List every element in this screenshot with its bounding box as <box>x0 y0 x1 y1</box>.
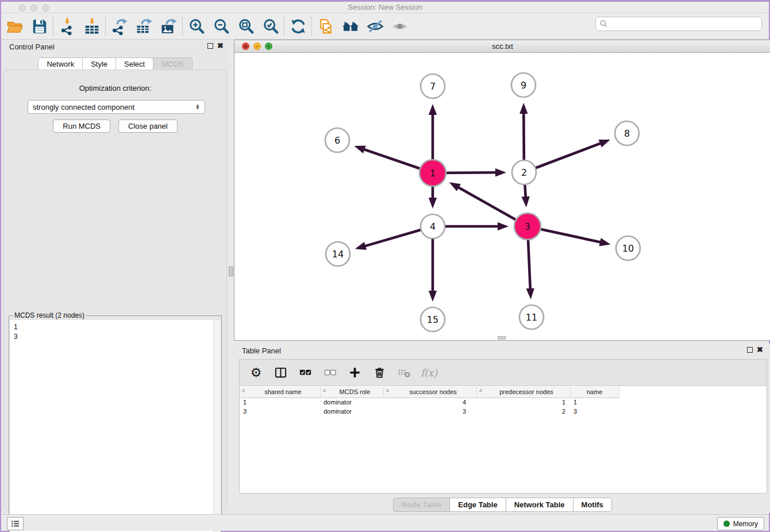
network-window-titlebar[interactable]: ✖ − + scc.txt <box>234 40 770 53</box>
home-button[interactable] <box>338 15 363 38</box>
cell-name[interactable]: 1 <box>570 398 619 407</box>
zoom-selected-button[interactable] <box>258 15 283 38</box>
result-scrollbar[interactable] <box>213 320 221 532</box>
shared-column-icon <box>323 389 329 395</box>
tab-motifs[interactable]: Motifs <box>573 498 612 512</box>
cell-MCDS-role[interactable]: dominator <box>320 398 383 407</box>
tab-network[interactable]: Network <box>38 57 83 71</box>
zoom-out-icon <box>213 18 230 35</box>
node-1[interactable]: 1 <box>419 160 446 186</box>
import-network-button[interactable] <box>55 15 79 38</box>
node-4[interactable]: 4 <box>421 214 445 238</box>
column-header-successor-nodes[interactable]: successor nodes <box>383 387 476 398</box>
hide-details-button[interactable] <box>363 15 387 38</box>
refresh-button[interactable] <box>286 15 310 38</box>
zoom-fit-icon <box>237 18 255 35</box>
delete-column-button[interactable] <box>369 362 390 384</box>
node-11[interactable]: 11 <box>519 305 544 329</box>
run-mcds-button[interactable]: Run MCDS <box>53 119 110 133</box>
search-box[interactable] <box>595 17 762 31</box>
clone-network-button[interactable] <box>313 15 338 38</box>
node-10[interactable]: 10 <box>616 236 640 260</box>
cell-successor-nodes[interactable]: 3 <box>383 407 476 416</box>
control-panel-title: Control Panel <box>9 43 55 51</box>
tab-edge-table[interactable]: Edge Table <box>450 498 506 512</box>
node-15[interactable]: 15 <box>421 307 445 331</box>
node-7[interactable]: 7 <box>421 74 445 98</box>
tab-node-table[interactable]: Node Table <box>393 498 450 512</box>
home-icon <box>342 18 359 35</box>
export-table-button[interactable] <box>132 15 156 38</box>
cell-predecessor-nodes[interactable]: 2 <box>476 407 570 416</box>
select-all-button[interactable] <box>295 362 316 384</box>
node-label: 10 <box>622 243 634 254</box>
node-3[interactable]: 3 <box>514 213 541 240</box>
save-session-icon <box>31 18 48 35</box>
add-column-button[interactable] <box>344 362 365 384</box>
node-9[interactable]: 9 <box>511 73 536 97</box>
close-panel-button[interactable]: Close panel <box>118 119 178 133</box>
export-image-button[interactable] <box>156 15 181 38</box>
show-details-button[interactable] <box>387 15 412 38</box>
float-table-panel-icon[interactable] <box>747 347 753 353</box>
split-pane-handle[interactable] <box>229 267 233 276</box>
tab-select[interactable]: Select <box>116 57 153 71</box>
column-settings-button[interactable]: ⚙ <box>245 362 267 384</box>
criterion-dropdown[interactable]: strongly connected component ▲▼ <box>28 100 205 114</box>
zoom-in-button[interactable] <box>184 15 209 38</box>
node-2[interactable]: 2 <box>512 160 536 184</box>
table-row[interactable]: 1dominator411 <box>240 398 619 407</box>
node-label: 4 <box>430 221 436 232</box>
cell-shared-name[interactable]: 1 <box>240 398 320 407</box>
cell-predecessor-nodes[interactable]: 1 <box>476 398 570 407</box>
zoom-out-button[interactable] <box>209 15 233 38</box>
search-input[interactable] <box>608 18 761 30</box>
tab-style[interactable]: Style <box>83 57 116 71</box>
unselect-all-button[interactable] <box>319 362 341 384</box>
network-hscroll-thumb[interactable] <box>498 336 506 340</box>
open-file-button[interactable] <box>2 15 27 38</box>
task-history-button[interactable] <box>7 517 24 530</box>
mcds-result-list[interactable]: 1 3 <box>10 320 213 532</box>
zoom-fit-button[interactable] <box>233 15 258 38</box>
split-view-button[interactable] <box>270 362 291 384</box>
export-network-button[interactable] <box>107 15 132 38</box>
column-header-name[interactable]: name <box>570 387 619 398</box>
close-table-panel-icon[interactable]: ✖ <box>757 346 763 353</box>
import-table-icon <box>83 18 101 35</box>
node-8[interactable]: 8 <box>615 121 639 145</box>
table-toolbar: ⚙f(x) <box>240 360 767 386</box>
control-panel: Control Panel ✖ NetworkStyleSelectMCDS O… <box>1 40 229 513</box>
node-label: 6 <box>334 135 340 146</box>
column-header-MCDS-role[interactable]: MCDS role <box>320 387 383 398</box>
node-label: 11 <box>526 312 537 323</box>
table-row[interactable]: 3dominator323 <box>240 407 619 416</box>
column-label: predecessor nodes <box>486 388 568 395</box>
node-table[interactable]: shared nameMCDS rolesuccessor nodesprede… <box>240 387 767 416</box>
cell-name[interactable]: 3 <box>570 407 619 416</box>
cell-MCDS-role[interactable]: dominator <box>320 407 383 416</box>
delete-table-icon <box>398 366 411 379</box>
delete-table-button <box>394 362 415 384</box>
network-graph[interactable]: 7968124314101511 <box>234 53 770 340</box>
float-panel-icon[interactable] <box>207 43 213 49</box>
node-6[interactable]: 6 <box>325 128 349 152</box>
column-label: successor nodes <box>392 388 474 395</box>
table-panel: Table Panel ✖ ⚙f(x) shared nameMCDS role… <box>234 344 770 513</box>
export-image-icon <box>160 18 178 35</box>
memory-button[interactable]: Memory <box>717 517 764 530</box>
close-panel-icon[interactable]: ✖ <box>217 43 224 49</box>
gear-icon: ⚙ <box>251 367 262 379</box>
node-14[interactable]: 14 <box>326 242 350 266</box>
tab-mcds[interactable]: MCDS <box>153 57 192 71</box>
cell-successor-nodes[interactable]: 4 <box>383 398 476 407</box>
optimization-criterion-label: Optimization criterion: <box>4 84 226 92</box>
save-session-button[interactable] <box>27 15 52 38</box>
import-table-button[interactable] <box>79 15 104 38</box>
arrowhead-3-1 <box>449 182 461 191</box>
column-header-predecessor-nodes[interactable]: predecessor nodes <box>476 387 570 398</box>
cell-shared-name[interactable]: 3 <box>240 407 320 416</box>
tab-network-table[interactable]: Network Table <box>506 498 573 512</box>
column-header-shared-name[interactable]: shared name <box>240 387 320 398</box>
toolbar-separator <box>182 17 183 36</box>
